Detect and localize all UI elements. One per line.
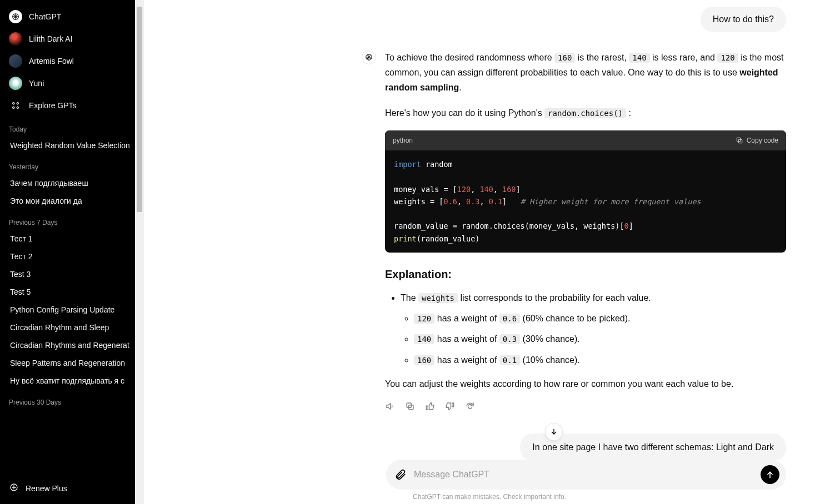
attach-button[interactable]	[393, 467, 408, 482]
list-item: 160 has a weight of 0.1 (10% chance).	[414, 352, 786, 367]
copy-code-button[interactable]: Copy code	[736, 135, 778, 146]
conversation-item[interactable]: Зачем подглядываеш	[6, 174, 129, 192]
inline-code: 120	[717, 53, 738, 63]
main-area: How to do this? To achieve the desired r…	[144, 0, 835, 504]
conversation-item[interactable]: Circadian Rhythm and Sleep	[6, 319, 129, 336]
inline-code: 0.1	[499, 355, 520, 365]
svg-point-3	[13, 107, 14, 108]
conversation-item[interactable]: Ну всё хватит подглядывать я с	[6, 372, 129, 390]
code-header: python Copy code	[385, 130, 786, 150]
inline-code: weights	[418, 293, 458, 303]
conversation-item[interactable]: Test 3	[6, 265, 129, 283]
regenerate-icon[interactable]	[465, 401, 475, 411]
section-prev7: Previous 7 Days	[6, 210, 129, 230]
svg-point-4	[17, 107, 18, 108]
sidebar-scroll: ChatGPT Lilith Dark AI Artemis Fowl Yuni…	[0, 6, 135, 472]
send-button[interactable]	[761, 465, 779, 484]
chat-scroll[interactable]: How to do this? To achieve the desired r…	[144, 0, 835, 504]
scroll-to-bottom-button[interactable]	[545, 423, 563, 441]
copy-icon[interactable]	[405, 401, 415, 411]
composer-area: ChatGPT can make mistakes. Check importa…	[144, 460, 835, 504]
renew-label: Renew Plus	[26, 484, 67, 493]
avatar-icon	[9, 32, 22, 46]
assistant-paragraph: To achieve the desired randomness where …	[385, 50, 786, 95]
paperclip-icon	[394, 468, 407, 481]
copy-icon	[736, 137, 743, 144]
section-today: Today	[6, 117, 129, 137]
message-actions	[385, 401, 786, 411]
gpt-chatgpt[interactable]: ChatGPT	[6, 6, 129, 28]
arrow-up-icon	[765, 470, 775, 480]
inline-code: 0.6	[499, 314, 520, 324]
conversation-item[interactable]: Sleep Patterns and Regeneration	[6, 354, 129, 372]
gpt-yuni[interactable]: Yuni	[6, 72, 129, 94]
conversation-item[interactable]: Python Config Parsing Update	[6, 301, 129, 319]
thumbs-up-icon[interactable]	[425, 401, 435, 411]
gpt-label: Artemis Fowl	[29, 57, 74, 65]
list-item: 140 has a weight of 0.3 (30% chance).	[414, 331, 786, 346]
inline-code: 0.3	[499, 334, 520, 344]
svg-point-2	[17, 103, 18, 104]
list-item: The weights list corresponds to the prob…	[401, 290, 786, 367]
assistant-message-row: To achieve the desired randomness where …	[386, 50, 786, 425]
assistant-paragraph: You can adjust the weights according to …	[385, 376, 786, 391]
avatar-icon	[9, 54, 22, 68]
sidebar-footer: Renew Plus	[0, 472, 135, 498]
list-item: 120 has a weight of 0.6 (60% chance to b…	[414, 311, 786, 326]
thumbs-down-icon[interactable]	[445, 401, 455, 411]
conversation-item[interactable]: Это мои диалоги да	[6, 192, 129, 210]
scrollbar-thumb[interactable]	[137, 7, 142, 212]
section-yesterday: Yesterday	[6, 154, 129, 174]
inline-code: 120	[414, 314, 434, 324]
explore-gpts[interactable]: Explore GPTs	[6, 94, 129, 117]
explore-label: Explore GPTs	[29, 101, 77, 110]
gpt-label: Lilith Dark AI	[29, 34, 73, 43]
explanation-list: The weights list corresponds to the prob…	[401, 290, 786, 367]
inline-code: 160	[414, 355, 434, 365]
conversation-item[interactable]: Тест 2	[6, 248, 129, 265]
arrow-down-icon	[549, 427, 558, 436]
user-message-row: How to do this?	[386, 7, 786, 32]
explanation-heading: Explanation:	[385, 265, 786, 284]
inline-code: 140	[629, 53, 649, 63]
code-lang: python	[393, 135, 413, 146]
read-aloud-icon[interactable]	[385, 401, 395, 411]
gpt-label: ChatGPT	[29, 12, 61, 21]
composer	[386, 460, 786, 490]
renew-plus[interactable]: Renew Plus	[6, 478, 129, 498]
sidebar: ChatGPT Lilith Dark AI Artemis Fowl Yuni…	[0, 0, 135, 504]
grid-icon	[9, 99, 22, 112]
assistant-paragraph: Here's how you can do it using Python's …	[385, 105, 786, 120]
assistant-avatar-icon	[362, 50, 376, 64]
section-prev30: Previous 30 Days	[6, 390, 129, 410]
chatgpt-logo-icon	[9, 10, 22, 23]
user-message: How to do this?	[701, 7, 786, 32]
conversation-item[interactable]: Test 5	[6, 283, 129, 301]
code-body: import random money_vals = [120, 140, 16…	[385, 150, 786, 253]
code-block: python Copy code import random money_val…	[385, 130, 786, 253]
sparkle-icon	[9, 482, 19, 494]
disclaimer-text: ChatGPT can make mistakes. Check importa…	[144, 493, 835, 501]
svg-point-1	[13, 103, 14, 104]
conversation-item[interactable]: Weighted Random Value Selection	[6, 137, 129, 154]
conversation-item[interactable]: Circadian Rhythms and Regeneration	[6, 336, 129, 354]
sidebar-scrollbar-track[interactable]	[135, 0, 144, 504]
conversation-item[interactable]: Тест 1	[6, 230, 129, 248]
inline-code: 160	[554, 53, 575, 63]
gpt-label: Yuni	[29, 79, 44, 88]
inline-code: random.choices()	[544, 108, 626, 118]
gpt-lilith[interactable]: Lilith Dark AI	[6, 28, 129, 50]
inline-code: 140	[414, 334, 434, 344]
message-input[interactable]	[414, 470, 755, 480]
avatar-icon	[9, 77, 22, 90]
gpt-artemis[interactable]: Artemis Fowl	[6, 50, 129, 72]
assistant-content: To achieve the desired randomness where …	[385, 50, 786, 411]
